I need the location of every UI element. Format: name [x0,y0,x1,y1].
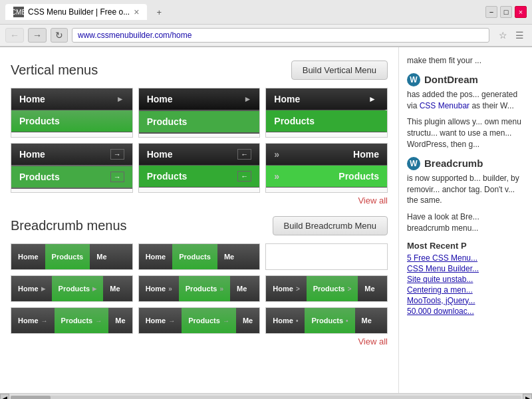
browser-tab[interactable]: CMB CSS Menu Builder | Free o... × [5,4,147,20]
page-layout: Vertical menus Build Vertical Menu Home►… [0,47,532,393]
bc8-home: Home [139,308,182,333]
vm2-products: Products [139,111,260,134]
vm3-products: Products [266,110,387,132]
bc1-me: Me [90,244,113,269]
bc2-products: Products [172,244,217,269]
build-vertical-button[interactable]: Build Vertical Menu [291,61,388,80]
back-button[interactable]: ← [5,28,24,43]
list-item[interactable]: Site quite unstab... [407,275,524,284]
sidebar-heading-text-1: DontDream [424,74,478,85]
address-bar[interactable]: www.cssmenubuilder.com/home [72,28,489,43]
vertical-menu-preview-5[interactable]: Home← Products← [138,143,261,193]
bc2-me: Me [217,244,241,269]
bc3-empty [266,244,387,269]
bc5-products: Products [179,276,230,301]
list-item[interactable]: CSS Menu Builder... [407,264,524,273]
sidebar-text4: This plugin allows y... own menu structu… [407,116,524,150]
vm5-products: Products← [139,166,260,188]
vertical-menu-preview-4[interactable]: Home→ Products→ [11,143,133,193]
sidebar-recent-list: 5 Free CSS Menu... CSS Menu Builder... S… [407,253,524,316]
css-menubar-link[interactable]: CSS Menubar [420,101,469,110]
favicon: CMB [13,7,24,17]
close-button[interactable]: × [515,6,527,18]
menu-icon[interactable]: ☰ [513,29,527,42]
horizontal-scrollbar[interactable]: ◀ ▶ [0,393,532,399]
bc-preview-4[interactable]: Home Products Me [11,275,133,302]
vertical-menu-preview-6[interactable]: » Home » Products [265,143,388,193]
sidebar-heading-text-2: Breadcrumb [424,158,483,169]
vm4-home: Home→ [11,144,132,166]
vertical-section-title: Vertical menus [11,63,98,78]
breadcrumb-view-all[interactable]: View all [11,336,388,346]
vertical-menu-preview-1[interactable]: Home► Products [11,88,133,138]
bc-preview-6[interactable]: Home Products Me [265,275,388,302]
tab-close-btn[interactable]: × [134,7,139,17]
scroll-thumb[interactable] [11,396,51,400]
breadcrumb-section-title: Breadcrumb menus [11,218,127,233]
window-controls: − □ × [485,6,527,18]
sidebar-section-breadcrumb: W Breadcrumb is now supported b... build… [407,157,524,234]
sidebar-intro: make them fit your ... [407,55,524,66]
vertical-menu-grid: Home► Products Home► Products Home► [11,88,388,193]
reload-button[interactable]: ↻ [51,28,68,43]
scroll-track[interactable] [11,396,521,400]
main-content: Vertical menus Build Vertical Menu Home►… [0,47,399,393]
bc9-products: Products [305,308,354,333]
list-item[interactable]: 50.000 downloac... [407,307,524,316]
breadcrumb-grid: Home Products Me Home Products Me [11,243,388,334]
bc-preview-7[interactable]: Home Products Me [11,307,133,334]
bc-preview-3[interactable] [265,243,388,270]
forward-button[interactable]: → [28,28,47,43]
sidebar-text2: has added the pos... generated via CSS M… [407,89,524,112]
vm1-products: Products [11,110,132,132]
sidebar-heading-1: W DontDream [407,73,524,86]
vm6-home: » Home [266,144,387,166]
bc8-me: Me [236,308,259,333]
bc-preview-9[interactable]: Home Products Me [265,307,388,334]
wp-icon-2: W [407,157,420,170]
sidebar-heading-2: W Breadcrumb [407,157,524,170]
vertical-section-header: Vertical menus Build Vertical Menu [11,61,388,80]
address-text: www.cssmenubuilder.com/home [78,31,192,40]
bc6-home: Home [266,276,306,301]
title-bar: CMB CSS Menu Builder | Free o... × + − □… [0,0,532,25]
bc-preview-5[interactable]: Home Products Me [138,275,261,302]
bc6-products: Products [307,276,358,301]
build-breadcrumb-button[interactable]: Build Breadcrumb Menu [273,216,388,235]
bc9-home: Home [266,308,305,333]
vertical-menu-preview-3[interactable]: Home► Products [265,88,388,138]
scroll-left-button[interactable]: ◀ [0,394,9,400]
breadcrumb-section-header: Breadcrumb menus Build Breadcrumb Menu [11,216,388,235]
bc1-products: Products [45,244,90,269]
new-tab-btn[interactable]: + [151,5,167,20]
vm4-products: Products→ [11,166,132,189]
bc-preview-2[interactable]: Home Products Me [138,243,261,270]
vm6-products: » Products [266,166,387,188]
sidebar-text6: Have a look at Bre... breadcrumb menu... [407,211,524,234]
sidebar-text1: make them fit your ... [407,55,524,66]
vm1-home: Home► [11,88,132,110]
scroll-right-button[interactable]: ▶ [523,394,532,400]
browser-chrome: CMB CSS Menu Builder | Free o... × + − □… [0,0,532,47]
list-item[interactable]: Centering a men... [407,285,524,295]
bc-preview-8[interactable]: Home Products Me [138,307,261,334]
vertical-menu-preview-2[interactable]: Home► Products [138,88,261,138]
vm5-home: Home← [139,144,260,166]
bc9-me: Me [355,308,378,333]
sidebar-section-dontdream: W DontDream has added the pos... generat… [407,73,524,150]
bc-preview-1[interactable]: Home Products Me [11,243,133,270]
vertical-view-all[interactable]: View all [11,196,388,205]
maximize-button[interactable]: □ [500,6,512,18]
bookmark-icon[interactable]: ☆ [496,29,510,42]
list-item[interactable]: MooTools, jQuery... [407,296,524,305]
bc8-products: Products [182,308,236,333]
bc2-home: Home [139,244,173,269]
bc7-home: Home [11,308,55,333]
minimize-button[interactable]: − [485,6,497,18]
sidebar-text5: is now supported b... builder, by removi… [407,173,524,206]
list-item[interactable]: 5 Free CSS Menu... [407,253,524,263]
wp-icon-1: W [407,73,420,86]
tab-title: CSS Menu Builder | Free o... [28,7,130,17]
nav-icons: ☆ ☰ [496,29,527,42]
nav-bar: ← → ↻ www.cssmenubuilder.com/home ☆ ☰ [0,25,532,47]
